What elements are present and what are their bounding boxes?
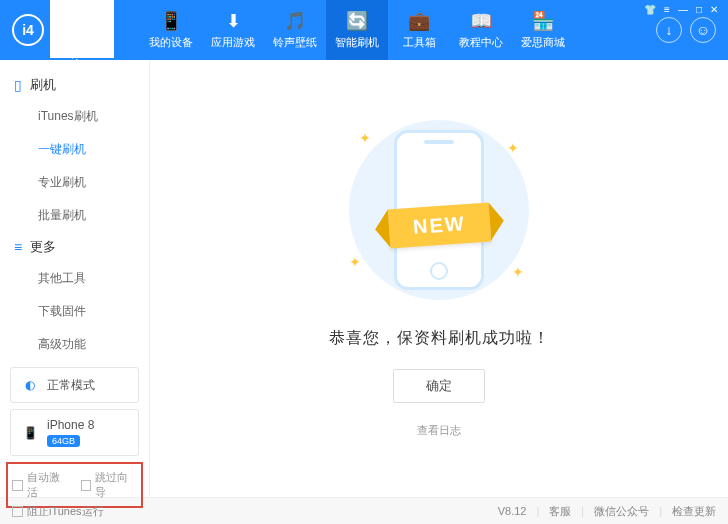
sidebar-item-oneclick-flash[interactable]: 一键刷机 [0,133,149,166]
sidebar-section-more: ≡ 更多 [0,232,149,262]
apps-icon: ⬇ [226,10,241,32]
footer-link-update[interactable]: 检查更新 [672,504,716,519]
device-name: iPhone 8 [47,418,94,432]
success-message: 恭喜您，保资料刷机成功啦！ [329,328,550,349]
checkbox-auto-activate[interactable]: 自动激活 [12,470,69,500]
checkbox-block-itunes[interactable]: 阻止iTunes运行 [12,504,104,519]
minimize-icon[interactable]: ― [678,4,688,15]
maximize-icon[interactable]: □ [696,4,702,15]
nav-tutorials[interactable]: 📖教程中心 [450,0,512,60]
skin-icon[interactable]: 👕 [644,4,656,15]
footer-link-wechat[interactable]: 微信公众号 [594,504,649,519]
sidebar-item-download-firmware[interactable]: 下载固件 [0,295,149,328]
sidebar-section-flash: ▯ 刷机 [0,70,149,100]
menu-icon[interactable]: ≡ [664,4,670,15]
main-content: ✦ ✦ ✦ ✦ NEW 恭喜您，保资料刷机成功啦！ 确定 查看日志 [150,60,728,497]
nav-apps[interactable]: ⬇应用游戏 [202,0,264,60]
options-box: 自动激活 跳过向导 [6,462,143,508]
nav-flash[interactable]: 🔄智能刷机 [326,0,388,60]
brand-name: 爱思助手 [50,0,114,58]
logo[interactable]: i4 爱思助手 www.i4.cn [12,0,140,68]
mode-indicator[interactable]: ◐ 正常模式 [10,367,139,403]
sidebar-item-batch-flash[interactable]: 批量刷机 [0,199,149,232]
close-icon[interactable]: ✕ [710,4,718,15]
nav-ringtones[interactable]: 🎵铃声壁纸 [264,0,326,60]
ok-button[interactable]: 确定 [393,369,485,403]
sidebar-item-advanced[interactable]: 高级功能 [0,328,149,361]
mode-icon: ◐ [21,376,39,394]
new-ribbon: NEW [387,203,490,249]
top-nav: 📱我的设备 ⬇应用游戏 🎵铃声壁纸 🔄智能刷机 💼工具箱 📖教程中心 🏪爱思商城 [140,0,574,60]
download-icon: ↓ [666,22,673,38]
window-controls: 👕 ≡ ― □ ✕ [644,4,718,15]
logo-icon: i4 [12,14,44,46]
device-indicator[interactable]: 📱 iPhone 8 64GB [10,409,139,456]
header: i4 爱思助手 www.i4.cn 📱我的设备 ⬇应用游戏 🎵铃声壁纸 🔄智能刷… [0,0,728,60]
nav-toolbox[interactable]: 💼工具箱 [388,0,450,60]
phone-outline-icon: ▯ [14,77,22,93]
user-icon: ☺ [696,22,710,38]
sidebar-item-other-tools[interactable]: 其他工具 [0,262,149,295]
toolbox-icon: 💼 [408,10,430,32]
sidebar: ▯ 刷机 iTunes刷机 一键刷机 专业刷机 批量刷机 ≡ 更多 其他工具 下… [0,60,150,497]
device-capacity: 64GB [47,435,80,447]
refresh-icon: 🔄 [346,10,368,32]
brand-url: www.i4.cn [50,58,114,68]
download-button[interactable]: ↓ [656,17,682,43]
success-illustration: ✦ ✦ ✦ ✦ NEW [329,110,549,310]
user-button[interactable]: ☺ [690,17,716,43]
phone-icon: 📱 [160,10,182,32]
checkbox-skip-guide[interactable]: 跳过向导 [81,470,138,500]
nav-store[interactable]: 🏪爱思商城 [512,0,574,60]
device-icon: 📱 [21,424,39,442]
book-icon: 📖 [470,10,492,32]
sidebar-item-pro-flash[interactable]: 专业刷机 [0,166,149,199]
more-icon: ≡ [14,239,22,255]
store-icon: 🏪 [532,10,554,32]
view-log-link[interactable]: 查看日志 [417,423,461,438]
sidebar-item-itunes-flash[interactable]: iTunes刷机 [0,100,149,133]
version-label: V8.12 [498,505,527,517]
footer-link-support[interactable]: 客服 [549,504,571,519]
nav-my-device[interactable]: 📱我的设备 [140,0,202,60]
music-icon: 🎵 [284,10,306,32]
